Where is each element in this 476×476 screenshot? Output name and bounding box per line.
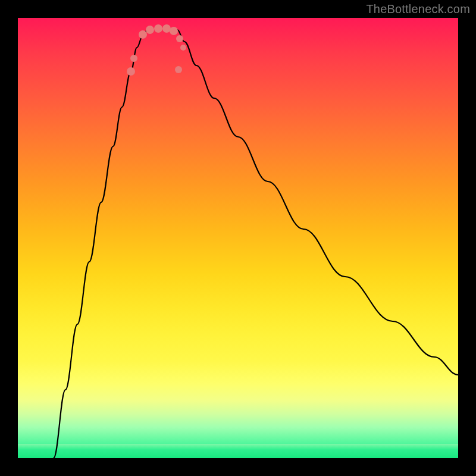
marker-dot-1 xyxy=(130,55,137,62)
marker-dot-3 xyxy=(146,26,154,34)
curve-right-branch xyxy=(177,30,458,375)
marker-dot-0 xyxy=(127,67,135,76)
marker-dot-2 xyxy=(139,30,147,39)
marker-dot-6 xyxy=(170,27,178,35)
chart-frame: TheBottleneck.com xyxy=(0,0,476,476)
marker-dot-5 xyxy=(162,24,171,33)
plot-area xyxy=(18,18,458,458)
curve-layer xyxy=(18,18,458,458)
marker-dot-9 xyxy=(175,66,182,73)
marker-dot-7 xyxy=(176,35,183,42)
curve-paths xyxy=(54,30,458,458)
watermark-text: TheBottleneck.com xyxy=(366,2,470,16)
marker-dot-8 xyxy=(180,45,186,51)
curve-left-branch xyxy=(54,30,148,458)
marker-dot-4 xyxy=(154,24,162,33)
